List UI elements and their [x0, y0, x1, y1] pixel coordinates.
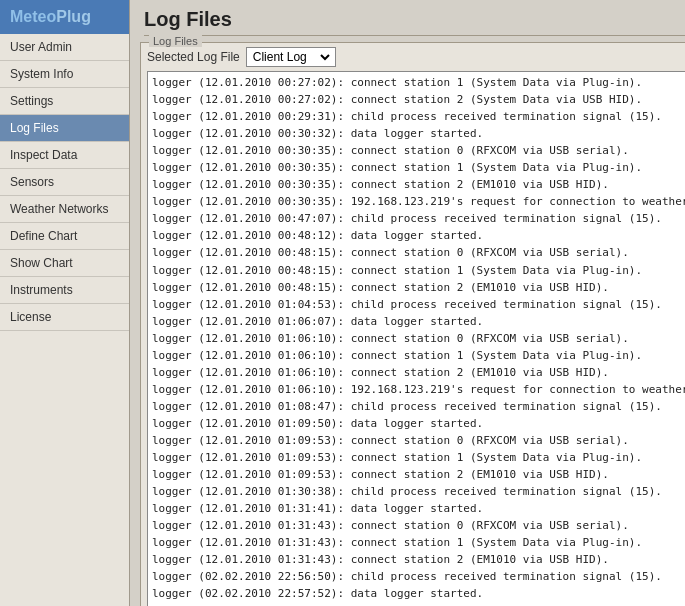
log-files-panel: Log Files Selected Log File Client LogSe…	[140, 42, 685, 606]
log-line: logger (12.01.2010 01:30:38): child proc…	[152, 483, 685, 500]
sidebar-item-sensors[interactable]: Sensors	[0, 169, 129, 196]
sidebar-item-define-chart[interactable]: Define Chart	[0, 223, 129, 250]
panel-group-label: Log Files	[149, 35, 202, 47]
log-line: logger (12.01.2010 00:30:35): connect st…	[152, 176, 685, 193]
log-line: logger (12.01.2010 00:48:15): connect st…	[152, 279, 685, 296]
log-line: logger (12.01.2010 01:09:50): data logge…	[152, 415, 685, 432]
log-line: logger (02.02.2010 22:57:55): connect st…	[152, 602, 685, 606]
log-line: logger (12.01.2010 00:30:32): data logge…	[152, 125, 685, 142]
main-content: Log Files Log Files Selected Log File Cl…	[130, 0, 685, 606]
log-line: logger (12.01.2010 00:29:31): child proc…	[152, 108, 685, 125]
logo-plug: Plug	[56, 8, 91, 25]
sidebar-item-show-chart[interactable]: Show Chart	[0, 250, 129, 277]
log-line: logger (12.01.2010 01:31:43): connect st…	[152, 534, 685, 551]
log-line: logger (12.01.2010 00:48:15): connect st…	[152, 244, 685, 261]
log-content: logger (12.01.2010 00:27:02): connect st…	[148, 72, 685, 606]
log-line: logger (02.02.2010 22:57:52): data logge…	[152, 585, 685, 602]
log-line: logger (12.01.2010 01:09:53): connect st…	[152, 466, 685, 483]
sidebar-item-instruments[interactable]: Instruments	[0, 277, 129, 304]
log-line: logger (12.01.2010 01:04:53): child proc…	[152, 296, 685, 313]
log-line: logger (12.01.2010 01:31:43): connect st…	[152, 517, 685, 534]
sidebar-item-settings[interactable]: Settings	[0, 88, 129, 115]
sidebar-item-system-info[interactable]: System Info	[0, 61, 129, 88]
log-line: logger (12.01.2010 01:06:10): connect st…	[152, 364, 685, 381]
app-logo: MeteoPlug	[0, 0, 129, 34]
sidebar-item-inspect-data[interactable]: Inspect Data	[0, 142, 129, 169]
log-line: logger (12.01.2010 00:48:12): data logge…	[152, 227, 685, 244]
log-line: logger (12.01.2010 01:08:47): child proc…	[152, 398, 685, 415]
log-select-label: Selected Log File	[147, 50, 240, 64]
log-line: logger (12.01.2010 00:27:02): connect st…	[152, 91, 685, 108]
log-line: logger (12.01.2010 01:06:07): data logge…	[152, 313, 685, 330]
sidebar-nav: User AdminSystem InfoSettingsLog FilesIn…	[0, 34, 129, 331]
log-line: logger (12.01.2010 00:30:35): 192.168.12…	[152, 193, 685, 210]
page-title: Log Files	[144, 8, 685, 36]
page-header: Log Files	[130, 0, 685, 42]
log-line: logger (12.01.2010 00:48:15): connect st…	[152, 262, 685, 279]
log-line: logger (02.02.2010 22:56:50): child proc…	[152, 568, 685, 585]
log-line: logger (12.01.2010 01:31:41): data logge…	[152, 500, 685, 517]
log-line: logger (12.01.2010 01:06:10): connect st…	[152, 330, 685, 347]
log-line: logger (12.01.2010 01:09:53): connect st…	[152, 432, 685, 449]
sidebar-item-license[interactable]: License	[0, 304, 129, 331]
log-line: logger (12.01.2010 00:47:07): child proc…	[152, 210, 685, 227]
log-dropdown[interactable]: Client LogServer LogSystem Log	[249, 49, 333, 65]
log-line: logger (12.01.2010 00:30:35): connect st…	[152, 159, 685, 176]
sidebar: MeteoPlug User AdminSystem InfoSettingsL…	[0, 0, 130, 606]
sidebar-item-log-files[interactable]: Log Files	[0, 115, 129, 142]
log-line: logger (12.01.2010 01:31:43): connect st…	[152, 551, 685, 568]
log-text-container[interactable]: logger (12.01.2010 00:27:02): connect st…	[147, 71, 685, 606]
log-select-row: Selected Log File Client LogServer LogSy…	[147, 47, 685, 67]
sidebar-item-user-admin[interactable]: User Admin	[0, 34, 129, 61]
log-line: logger (12.01.2010 01:06:10): connect st…	[152, 347, 685, 364]
log-line: logger (12.01.2010 01:06:10): 192.168.12…	[152, 381, 685, 398]
logo-text: Meteo	[10, 8, 56, 25]
log-line: logger (12.01.2010 01:09:53): connect st…	[152, 449, 685, 466]
sidebar-item-weather-networks[interactable]: Weather Networks	[0, 196, 129, 223]
log-dropdown-container[interactable]: Client LogServer LogSystem Log	[246, 47, 336, 67]
log-line: logger (12.01.2010 00:30:35): connect st…	[152, 142, 685, 159]
log-line: logger (12.01.2010 00:27:02): connect st…	[152, 74, 685, 91]
